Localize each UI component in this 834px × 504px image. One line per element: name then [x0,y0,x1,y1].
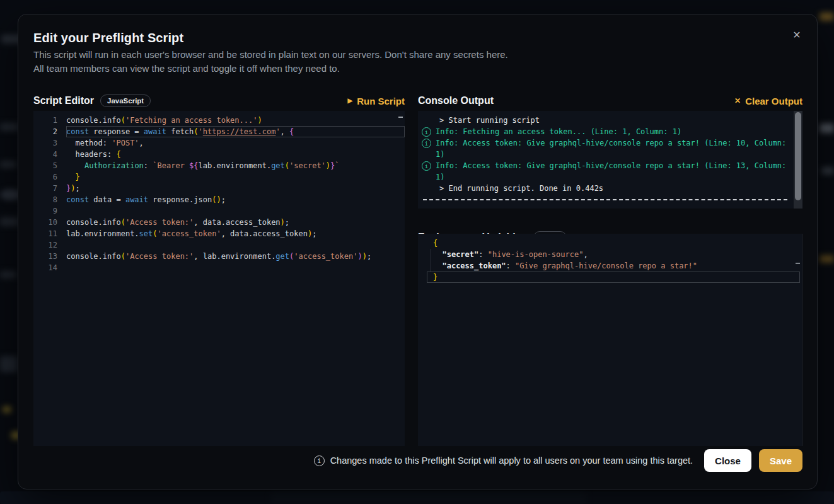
code-line[interactable]: 3 method: 'POST', [33,137,405,149]
line-number: 10 [33,217,66,228]
code-line[interactable]: 12 [33,239,405,251]
code-line-content [66,239,405,251]
console-scrollbar [794,111,802,209]
line-number: 12 [33,239,66,251]
code-line-content: }); [66,183,405,194]
console-line: iInfo: Fetching an access token... (Line… [418,126,802,137]
console-scrollbar-thumb[interactable] [795,112,801,200]
description-line: All team members can view the script and… [33,62,508,76]
line-number: 14 [33,262,66,273]
line-number: 5 [33,160,66,171]
code-line[interactable]: 1console.info('Fetching an access token.… [33,115,405,126]
close-button[interactable]: Close [704,449,751,472]
code-line[interactable]: 14 [33,262,405,273]
line-number: 9 [33,205,66,217]
clear-icon: ✕ [734,97,741,105]
env-editor-lines: { "secret": "hive-is-open-source", "acce… [418,238,802,283]
run-script-button[interactable]: ▶ Run Script [347,96,405,106]
code-line-content: console.info('Access token:', data.acces… [66,217,405,228]
console-title: Console Output [418,95,494,106]
code-line-content: const response = await fetch('https://te… [66,126,405,137]
language-badge: JavaScript [100,94,151,107]
script-editor-lines: 1console.info('Fetching an access token.… [33,115,405,273]
code-line-content [66,262,405,273]
footer-notice-text: Changes made to this Preflight Script wi… [330,455,693,466]
info-icon: i [422,127,431,137]
close-icon[interactable]: ✕ [788,26,806,43]
code-line-content: console.info('Access token:', lab.enviro… [66,251,405,262]
code-line-content: Authorization: `Bearer ${lab.environment… [66,160,405,171]
line-number: 3 [33,137,66,149]
console-line: iInfo: Access token: Give graphql-hive/c… [418,160,802,183]
overview-ruler-mark [796,263,800,264]
code-line[interactable]: 4 headers: { [33,149,405,160]
console-separator [423,199,787,200]
code-line[interactable]: 7}); [33,183,405,194]
code-line-content: } [66,171,405,183]
line-number: 11 [33,228,66,239]
modal-title: Edit your Preflight Script [33,31,183,45]
modal-content: Script Editor JavaScript ▶ Run Script 1c… [33,91,802,472]
code-line[interactable]: 8const data = await response.json(); [33,194,405,205]
line-number: 4 [33,149,66,160]
code-line[interactable]: 10console.info('Access token:', data.acc… [33,217,405,228]
script-editor-title: Script Editor [33,95,94,106]
console-line-text: > End running script. Done in 0.442s [439,183,603,194]
line-number: 6 [33,171,66,183]
footer-notice: i Changes made to this Preflight Script … [314,455,693,466]
console-header: Console Output ✕ Clear Output [418,91,802,110]
info-icon: i [422,161,431,171]
preflight-script-modal: Edit your Preflight Script ✕ This script… [18,14,818,490]
code-line[interactable]: 11lab.environment.set('access_token', da… [33,228,405,239]
indent-guide [431,249,431,272]
save-button[interactable]: Save [759,449,802,472]
env-line[interactable]: } [418,272,802,283]
env-vars-editor[interactable]: { "secret": "hive-is-open-source", "acce… [418,234,802,446]
play-icon: ▶ [347,98,352,104]
clear-output-button[interactable]: ✕ Clear Output [734,96,802,106]
code-line[interactable]: 13console.info('Access token:', lab.envi… [33,251,405,262]
code-line-content: console.info('Fetching an access token..… [66,115,405,126]
line-number: 7 [33,183,66,194]
console-line: > End running script. Done in 0.442s [418,183,802,194]
console-line-text: > Start running script [439,115,540,126]
code-line[interactable]: 5 Authorization: `Bearer ${lab.environme… [33,160,405,171]
script-code-editor[interactable]: 1console.info('Fetching an access token.… [33,111,405,446]
env-line[interactable]: { [418,238,802,249]
overview-ruler-mark [398,117,403,118]
modal-description: This script will run in each user's brow… [33,48,508,76]
console-line: iInfo: Access token: Give graphql-hive/c… [418,137,802,160]
console-output-panel[interactable]: > Start running scriptiInfo: Fetching an… [418,111,802,209]
code-line-content [66,205,405,217]
line-number: 2 [33,126,66,137]
modal-footer: i Changes made to this Preflight Script … [33,449,802,472]
code-line-content: lab.environment.set('access_token', data… [66,228,405,239]
code-line[interactable]: 2const response = await fetch('https://t… [33,126,405,137]
info-icon: i [422,139,431,148]
code-line-content: const data = await response.json(); [66,194,405,205]
line-number: 1 [33,115,66,126]
info-circle-icon: i [314,455,325,466]
code-line-content: headers: { [66,149,405,160]
line-number: 8 [33,194,66,205]
clear-output-label: Clear Output [745,96,802,106]
env-line[interactable]: "secret": "hive-is-open-source", [418,249,802,260]
console-line-text: Info: Access token: Give graphql-hive/co… [436,137,791,160]
code-line[interactable]: 9 [33,205,405,217]
script-editor-header: Script Editor JavaScript ▶ Run Script [33,91,405,110]
console-line-text: Info: Fetching an access token... (Line:… [436,126,681,137]
console-line: > Start running script [418,115,802,126]
run-script-label: Run Script [357,96,405,106]
code-line[interactable]: 6 } [33,171,405,183]
console-lines: > Start running scriptiInfo: Fetching an… [418,115,802,200]
console-line-text: Info: Access token: Give graphql-hive/co… [436,160,791,183]
line-number: 13 [33,251,66,262]
env-line[interactable]: "access_token": "Give graphql-hive/conso… [418,260,802,272]
description-line: This script will run in each user's brow… [33,48,508,62]
code-line-content: method: 'POST', [66,137,405,149]
